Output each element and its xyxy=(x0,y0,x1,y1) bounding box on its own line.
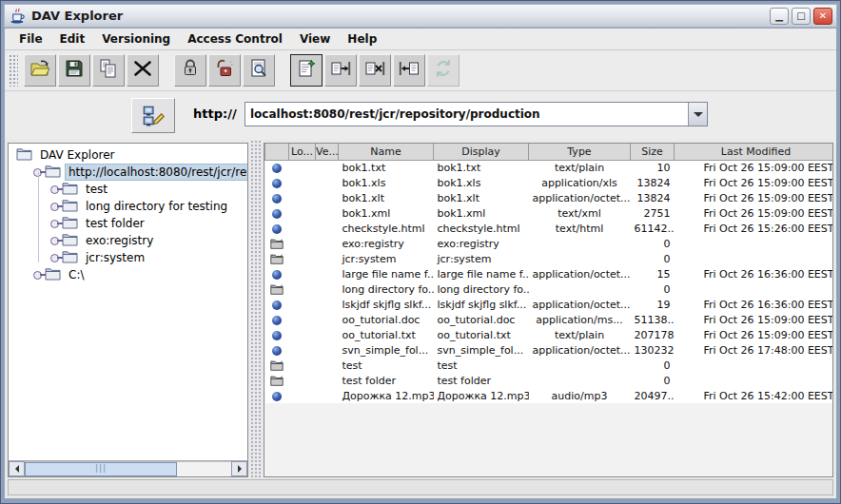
table-row[interactable]: Дорожка 12.mp3Дорожка 12.mp3audio/mp3204… xyxy=(265,388,834,403)
minimize-button[interactable]: ▁ xyxy=(770,8,789,25)
cell-version xyxy=(316,190,339,205)
table-row[interactable]: bok1.xlsbok1.xlsapplication/xls13824Fri … xyxy=(265,175,834,190)
delete-button[interactable] xyxy=(127,54,159,87)
scroll-left-arrow-icon[interactable] xyxy=(9,461,25,476)
chevron-down-icon[interactable] xyxy=(688,103,707,126)
cell-name: large file name f... xyxy=(339,266,434,281)
cell-modified: Fri Oct 26 15:09:00 EEST xyxy=(675,205,834,221)
new-document-button[interactable] xyxy=(290,54,323,87)
table-row[interactable]: exo:registryexo:registry0 xyxy=(265,236,834,251)
column-header-ve[interactable]: Ve... xyxy=(316,144,339,160)
tree-connector-line xyxy=(38,172,39,262)
lock-button[interactable] xyxy=(174,54,206,87)
table-row[interactable]: large file name f...large file name f...… xyxy=(265,266,834,281)
unlock-button[interactable] xyxy=(208,54,241,87)
menu-view[interactable]: View xyxy=(291,30,339,48)
tree-node-label: DAV Explorer xyxy=(37,147,117,163)
tree-panel: DAV Explorerhttp://localhost:8080/rest/j… xyxy=(8,143,248,477)
cell-display: checkstyle.html xyxy=(434,221,529,236)
table-row[interactable]: test foldertest folder0 xyxy=(265,373,834,388)
put-document-button[interactable] xyxy=(324,54,357,87)
column-header-display[interactable]: Display xyxy=(434,144,529,160)
menu-edit[interactable]: Edit xyxy=(51,30,94,48)
cell-type xyxy=(529,281,631,297)
cell-size: 0 xyxy=(631,236,675,251)
tree-expand-handle-icon[interactable] xyxy=(33,271,42,280)
cell-lock xyxy=(289,266,316,281)
table-row[interactable]: bok1.xltbok1.xltapplication/octet...1382… xyxy=(265,190,834,205)
cell-lock xyxy=(289,312,316,327)
cell-version xyxy=(316,388,339,403)
tree-node-http-localhost-8080-rest-jcr-r[interactable]: http://localhost:8080/rest/jcr/repositor… xyxy=(9,164,247,181)
tree-node-long-directory-for-testing[interactable]: long directory for testing xyxy=(9,198,247,215)
cell-version xyxy=(316,221,339,236)
column-header-lo[interactable]: Lo... xyxy=(289,144,316,160)
table-row[interactable]: jcr:systemjcr:system0 xyxy=(265,251,834,266)
table-row[interactable]: long directory fo...long directory fo...… xyxy=(265,281,834,297)
cell-type: application/xls xyxy=(529,175,631,190)
title-bar[interactable]: DAV Explorer ▁ □ ✕ xyxy=(4,4,837,28)
column-header-icon[interactable] xyxy=(265,144,289,160)
cell-size: 0 xyxy=(631,358,675,373)
tree-node-test[interactable]: test xyxy=(9,181,247,198)
menu-access-control[interactable]: Access Control xyxy=(179,30,291,48)
tree-node-exo-registry[interactable]: exo:registry xyxy=(9,232,247,249)
scrollbar-track[interactable] xyxy=(25,461,231,476)
table-row[interactable]: lskjdf skjflg slkf...lskjdf skjflg slkf.… xyxy=(265,297,834,312)
table-row[interactable]: testtest0 xyxy=(265,358,834,373)
tree-expand-handle-icon[interactable] xyxy=(50,254,59,262)
column-header-size[interactable]: Size xyxy=(631,144,675,160)
toolbar-drag-grip[interactable] xyxy=(9,54,18,87)
tree-node-dav-explorer[interactable]: DAV Explorer xyxy=(9,146,247,164)
url-combobox[interactable]: localhost:8080/rest/jcr/repository/produ… xyxy=(244,102,708,126)
file-sphere-icon xyxy=(265,327,289,342)
tree-horizontal-scrollbar[interactable] xyxy=(9,460,247,476)
menu-versioning[interactable]: Versioning xyxy=(93,30,179,48)
table-row[interactable]: oo_tutorial.txtoo_tutorial.txttext/plain… xyxy=(265,327,834,342)
tree-expand-handle-icon[interactable] xyxy=(50,185,59,194)
tree-node-label: jcr:system xyxy=(83,250,147,265)
url-value[interactable]: localhost:8080/rest/jcr/repository/produ… xyxy=(245,107,688,121)
cell-type: text/plain xyxy=(529,327,631,342)
open-button[interactable] xyxy=(24,54,56,87)
menu-file[interactable]: File xyxy=(10,30,51,48)
cell-name: oo_tutorial.doc xyxy=(339,312,434,327)
tree-node-c[interactable]: C:\ xyxy=(9,266,247,283)
connect-button[interactable] xyxy=(131,98,175,133)
cell-size: 15 xyxy=(631,266,675,281)
table-row[interactable]: svn_simple_fol...svn_simple_fol...applic… xyxy=(265,342,834,358)
new-document-icon xyxy=(295,57,318,84)
cell-version xyxy=(316,312,339,327)
close-button[interactable]: ✕ xyxy=(813,8,832,25)
maximize-button[interactable]: □ xyxy=(792,8,811,25)
copy-button[interactable] xyxy=(92,54,125,87)
tree-expand-handle-icon[interactable] xyxy=(50,220,59,228)
cell-type: application/ms... xyxy=(529,312,631,327)
tree-expand-handle-icon[interactable] xyxy=(50,203,59,211)
split-divider[interactable] xyxy=(250,140,263,480)
table-row[interactable]: bok1.txtbok1.txttext/plain10Fri Oct 26 1… xyxy=(265,160,834,175)
protocol-label: http:// xyxy=(193,107,237,121)
remove-document-button[interactable] xyxy=(359,54,391,87)
column-header-name[interactable]: Name xyxy=(339,144,434,160)
cell-version xyxy=(316,160,339,175)
column-header-last-modified[interactable]: Last Modified xyxy=(675,144,834,160)
column-header-type[interactable]: Type xyxy=(529,144,631,160)
scroll-right-arrow-icon[interactable] xyxy=(231,461,247,476)
tree-node-test-folder[interactable]: test folder xyxy=(9,215,247,232)
cell-size: 10 xyxy=(631,160,675,175)
table-row[interactable]: bok1.xmlbok1.xmltext/xml2751Fri Oct 26 1… xyxy=(265,205,834,221)
tree-expand-handle-icon[interactable] xyxy=(50,237,59,245)
menu-help[interactable]: Help xyxy=(339,30,385,48)
save-button[interactable] xyxy=(58,54,90,87)
dav-tree: DAV Explorerhttp://localhost:8080/rest/j… xyxy=(9,144,247,446)
table-row[interactable]: checkstyle.htmlcheckstyle.htmltext/html6… xyxy=(265,221,834,236)
cell-size: 51138... xyxy=(631,312,675,327)
tree-node-jcr-system[interactable]: jcr:system xyxy=(9,249,247,266)
cell-size: 0 xyxy=(631,373,675,388)
cell-modified: Fri Oct 26 15:09:00 EEST xyxy=(675,327,834,342)
scrollbar-thumb[interactable] xyxy=(25,462,177,476)
table-row[interactable]: oo_tutorial.docoo_tutorial.docapplicatio… xyxy=(265,312,834,327)
get-document-button[interactable] xyxy=(393,54,425,87)
preview-button[interactable] xyxy=(243,54,275,87)
